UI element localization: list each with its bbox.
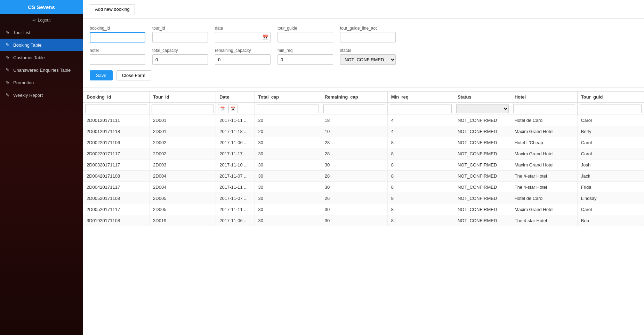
- booking-id-input[interactable]: [90, 32, 145, 42]
- filter-tour-guide: [577, 103, 644, 115]
- cell-remaining-cap: 30: [321, 204, 387, 215]
- sidebar-nav: ✎Tour List✎Booking Table✎Customer Table✎…: [0, 26, 83, 101]
- remaining-capacity-input[interactable]: [215, 54, 271, 65]
- cell-booking-id: 2D00220171117: [83, 148, 150, 159]
- booking-form: booking_id tour_id date 📅 tour_guide tou…: [83, 19, 644, 88]
- table-row[interactable]: 2D002201711062D0022017-11-06 ...30288NOT…: [83, 137, 644, 148]
- filter-hotel-input[interactable]: [513, 104, 575, 113]
- tour-guide-input[interactable]: [277, 32, 333, 42]
- cell-min-req: 8: [387, 204, 454, 215]
- cell-booking-id: 2D00520171108: [83, 193, 150, 204]
- cell-min-req: 8: [387, 159, 454, 171]
- cell-tour-id: 2D005: [150, 193, 216, 204]
- min-req-input[interactable]: [277, 54, 333, 65]
- filter-tour-id: [150, 103, 216, 115]
- col-header-tour-id: Tour_id: [150, 92, 216, 103]
- filter-tour-id-input[interactable]: [152, 104, 214, 113]
- cell-remaining-cap: 10: [321, 126, 387, 137]
- tour-guide-line-acc-input[interactable]: [340, 32, 396, 42]
- status-select[interactable]: NOT_CONFIRMEDCONFIRMEDCANCELLED: [340, 54, 396, 65]
- filter-remaining-cap-input[interactable]: [323, 104, 385, 113]
- table-row[interactable]: 2D004201711082D0042017-11-07 ...30288NOT…: [83, 171, 644, 182]
- filter-status-select[interactable]: NOT_CONFIRMEDCONFIRMEDCANCELLED: [456, 104, 509, 113]
- filter-min-req: [387, 103, 454, 115]
- cell-date: 2017-11-11 ...: [216, 115, 255, 126]
- table-row[interactable]: 2D003201711172D0032017-11-10 ...30308NOT…: [83, 159, 644, 171]
- cell-status: NOT_CONFIRMED: [454, 193, 511, 204]
- cell-tour-guid: Betty: [577, 126, 644, 137]
- cell-booking-id: 2D00420171108: [83, 171, 150, 182]
- cell-date: 2017-11-07 ...: [216, 193, 255, 204]
- nav-label-promotion: Promotion: [13, 80, 34, 85]
- cell-total-cap: 30: [255, 193, 321, 204]
- table-row[interactable]: 2D005201711172D0052017-11-11 ...30308NOT…: [83, 204, 644, 215]
- cell-tour-id: 2D005: [150, 204, 216, 215]
- add-new-booking-button[interactable]: Add new booking: [90, 4, 135, 14]
- table-row[interactable]: 2D004201711172D0042017-11-11 ...30308NOT…: [83, 182, 644, 193]
- nav-label-weekly-report: Weekly Report: [13, 93, 43, 98]
- booking-id-group: booking_id: [90, 26, 145, 42]
- total-capacity-input[interactable]: [152, 54, 208, 65]
- filter-date-to-btn[interactable]: 📅: [228, 104, 238, 113]
- filter-booking-id: [83, 103, 150, 115]
- cell-tour-id: 2D002: [150, 148, 216, 159]
- cell-tour-guid: Carol: [577, 148, 644, 159]
- sidebar-item-booking-table[interactable]: ✎Booking Table: [0, 39, 83, 51]
- cell-tour-id: 2D001: [150, 126, 216, 137]
- table-filter-row: 📅 📅 NOT_CONFIRMEDCONFIRMEDCANCELLED: [83, 103, 644, 115]
- filter-tour-guide-input[interactable]: [580, 104, 642, 113]
- cell-hotel: The 4-star Hotel: [511, 182, 577, 193]
- col-header-hotel: Hotel: [511, 92, 577, 103]
- cell-tour-id: 2D004: [150, 171, 216, 182]
- sidebar-item-tour-list[interactable]: ✎Tour List: [0, 26, 83, 39]
- filter-min-req-input[interactable]: [390, 104, 452, 113]
- filter-remaining-cap: [321, 103, 387, 115]
- cell-status: NOT_CONFIRMED: [454, 137, 511, 148]
- min-req-group: min_req: [277, 48, 333, 65]
- sidebar-item-weekly-report[interactable]: ✎Weekly Report: [0, 89, 83, 101]
- sidebar-item-customer-table[interactable]: ✎Customer Table: [0, 51, 83, 64]
- form-row-2: hotel total_capacity remaining_capacity …: [90, 48, 637, 65]
- cell-status: NOT_CONFIRMED: [454, 148, 511, 159]
- tour-guide-label: tour_guide: [277, 26, 333, 31]
- cell-status: NOT_CONFIRMED: [454, 159, 511, 171]
- cell-tour-guid: Carol: [577, 115, 644, 126]
- cell-tour-guid: Josh: [577, 159, 644, 171]
- filter-booking-id-input[interactable]: [85, 104, 147, 113]
- cell-min-req: 8: [387, 193, 454, 204]
- filter-date-from-btn[interactable]: 📅: [218, 104, 227, 113]
- hotel-group: hotel: [90, 48, 145, 65]
- close-form-button[interactable]: Close Form: [116, 70, 151, 80]
- status-group: status NOT_CONFIRMEDCONFIRMEDCANCELLED: [340, 48, 396, 65]
- filter-total-cap-input[interactable]: [257, 104, 319, 113]
- cell-min-req: 8: [387, 137, 454, 148]
- cell-status: NOT_CONFIRMED: [454, 171, 511, 182]
- filter-date-wrap: 📅 📅: [218, 104, 252, 113]
- hotel-input[interactable]: [90, 54, 145, 65]
- cell-min-req: 8: [387, 171, 454, 182]
- tour-id-input[interactable]: [152, 32, 208, 42]
- nav-label-customer-table: Customer Table: [13, 55, 45, 60]
- sidebar-item-unanswered-enquiries[interactable]: ✎Unanswered Enquiries Table: [0, 64, 83, 76]
- table-header-row: Booking_idTour_idDateTotal_capRemaining_…: [83, 92, 644, 103]
- cell-remaining-cap: 26: [321, 193, 387, 204]
- date-input[interactable]: [215, 32, 271, 42]
- col-header-date: Date: [216, 92, 255, 103]
- table-row[interactable]: 3D019201711083D0192017-11-06 ...30308NOT…: [83, 215, 644, 226]
- save-button[interactable]: Save: [90, 70, 113, 80]
- table-row[interactable]: 2D005201711082D0052017-11-07 ...30268NOT…: [83, 193, 644, 204]
- col-header-total-cap: Total_cap: [255, 92, 321, 103]
- logout-button[interactable]: ↩ Logout: [0, 14, 83, 26]
- col-header-tour-guid: Tour_guid: [577, 92, 644, 103]
- cell-date: 2017-11-17 ...: [216, 148, 255, 159]
- filter-total-cap: [255, 103, 321, 115]
- booking-table-section: Booking_idTour_idDateTotal_capRemaining_…: [83, 88, 644, 335]
- booking-table: Booking_idTour_idDateTotal_capRemaining_…: [83, 91, 644, 226]
- cell-status: NOT_CONFIRMED: [454, 126, 511, 137]
- cell-min-req: 8: [387, 215, 454, 226]
- table-row[interactable]: 2D001201711112D0012017-11-11 ...20184NOT…: [83, 115, 644, 126]
- sidebar-item-promotion[interactable]: ✎Promotion: [0, 76, 83, 89]
- table-row[interactable]: 2D001201711182D0012017-11-18 ...20104NOT…: [83, 126, 644, 137]
- table-row[interactable]: 2D002201711172D0022017-11-17 ...30288NOT…: [83, 148, 644, 159]
- cell-tour-id: 2D004: [150, 182, 216, 193]
